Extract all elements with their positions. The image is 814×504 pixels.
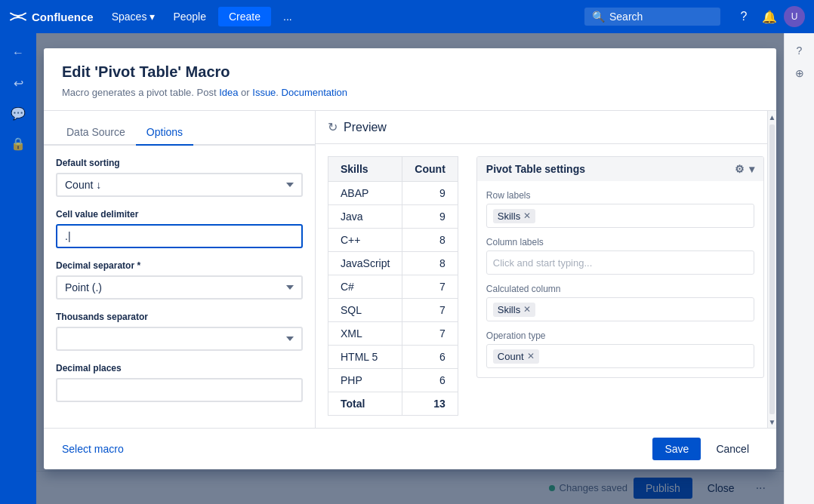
gear-icon[interactable]: ⚙ xyxy=(735,163,745,175)
modal-desc: Macro generates a pivot table. Post Idea… xyxy=(62,87,758,98)
settings-card: Pivot Table settings ⚙ ▾ xyxy=(476,156,764,378)
people-menu[interactable]: People xyxy=(167,8,212,26)
preview-title: Preview xyxy=(344,121,387,134)
notifications-button[interactable]: 🔔 xyxy=(758,5,781,28)
operation-type-tag: Count ✕ xyxy=(493,349,539,364)
operation-type-label: Operation type xyxy=(486,330,754,341)
calculated-column-field[interactable]: Skills ✕ xyxy=(486,297,754,321)
spaces-menu[interactable]: Spaces ▾ xyxy=(106,8,162,26)
sidebar-restrict-button[interactable]: 🔒 xyxy=(5,130,32,157)
table-row: ABAP9 xyxy=(328,182,458,205)
help-button[interactable]: ? xyxy=(732,5,755,28)
column-labels-field[interactable]: Click and start typing... xyxy=(486,250,754,275)
total-value: 13 xyxy=(402,392,458,416)
left-sidebar: ← ↩ 💬 🔒 xyxy=(0,33,36,504)
confluence-logo[interactable]: Confluence xyxy=(9,8,94,26)
select-macro-button[interactable]: Select macro xyxy=(62,443,124,455)
scroll-track: ▲ ▼ xyxy=(767,111,776,428)
save-button[interactable]: Save xyxy=(652,438,701,460)
row-labels-label: Row labels xyxy=(486,190,754,201)
sidebar-back-button[interactable]: ← xyxy=(5,39,32,66)
row-labels-tag: Skills ✕ xyxy=(493,209,535,223)
count-cell: 6 xyxy=(402,369,458,392)
table-row: SQL7 xyxy=(328,299,458,322)
settings-title: Pivot Table settings xyxy=(486,163,585,175)
create-button[interactable]: Create xyxy=(218,7,271,26)
settings-card-header: Pivot Table settings ⚙ ▾ xyxy=(477,157,763,181)
row-labels-section: Row labels Skills ✕ xyxy=(486,190,754,228)
skill-cell: ABAP xyxy=(328,182,402,205)
documentation-link[interactable]: Documentation xyxy=(282,87,347,98)
scroll-up-button[interactable]: ▲ xyxy=(768,111,776,123)
tab-options[interactable]: Options xyxy=(136,120,193,146)
decimal-separator-group: Decimal separator * Point (.) xyxy=(56,260,303,300)
count-cell: 9 xyxy=(402,182,458,205)
operation-type-section: Operation type Count ✕ xyxy=(486,330,754,368)
count-cell: 7 xyxy=(402,275,458,299)
count-cell: 8 xyxy=(402,229,458,252)
cell-value-delimiter-input[interactable] xyxy=(56,224,303,248)
default-sorting-group: Default sorting Count ↓ xyxy=(56,158,303,197)
modal-header: Edit 'Pivot Table' Macro Macro generates… xyxy=(44,48,776,111)
row-labels-tag-remove[interactable]: ✕ xyxy=(523,211,531,220)
total-label: Total xyxy=(328,392,402,416)
modal-footer: Select macro Save Cancel xyxy=(44,428,776,469)
cancel-button[interactable]: Cancel xyxy=(707,438,758,460)
col-count-header: Count xyxy=(402,157,458,182)
preview-body: Skills Count ABAP9Java9C++8JavaScript8C#… xyxy=(316,144,776,428)
decimal-separator-label: Decimal separator * xyxy=(56,260,303,271)
table-row: PHP6 xyxy=(328,369,458,392)
more-menu[interactable]: ... xyxy=(277,8,298,26)
decimal-places-group: Decimal places xyxy=(56,363,303,402)
footer-left: Select macro xyxy=(62,443,646,455)
chevron-icon[interactable]: ▾ xyxy=(749,163,754,175)
default-sorting-select[interactable]: Count ↓ xyxy=(56,173,303,197)
logo-text: Confluence xyxy=(32,11,94,23)
count-cell: 7 xyxy=(402,299,458,322)
avatar[interactable]: U xyxy=(784,6,805,27)
table-row: HTML 56 xyxy=(328,346,458,369)
sidebar-respond-button[interactable]: 💬 xyxy=(5,100,32,127)
operation-type-field[interactable]: Count ✕ xyxy=(486,344,754,368)
calculated-column-tag-remove[interactable]: ✕ xyxy=(523,305,531,314)
issue-link[interactable]: Issue xyxy=(252,87,276,98)
decimal-places-label: Decimal places xyxy=(56,363,303,373)
calculated-column-section: Calculated column Skills ✕ xyxy=(486,284,754,321)
topnav: Confluence Spaces ▾ People Create ... 🔍 … xyxy=(0,0,814,33)
refresh-icon[interactable]: ↻ xyxy=(328,120,338,134)
scroll-thumb[interactable] xyxy=(769,124,775,414)
table-row: XML7 xyxy=(328,322,458,346)
right-sidebar: ? ⊕ xyxy=(784,33,814,504)
row-labels-field[interactable]: Skills ✕ xyxy=(486,204,754,228)
page-content: Edit 'Pivot Table' Macro Macro generates… xyxy=(36,33,784,504)
scroll-down-button[interactable]: ▼ xyxy=(768,416,776,428)
pivot-settings: Pivot Table settings ⚙ ▾ xyxy=(476,156,764,416)
decimal-places-input[interactable] xyxy=(56,378,303,402)
options-panel: Default sorting Count ↓ Cell value delim… xyxy=(44,146,315,428)
cell-value-delimiter-group: Cell value delimiter xyxy=(56,209,303,248)
skill-cell: XML xyxy=(328,322,402,346)
left-panel: Data Source Options Default sorting Coun… xyxy=(44,111,316,428)
thousands-separator-select[interactable] xyxy=(56,327,303,351)
cell-value-delimiter-label: Cell value delimiter xyxy=(56,209,303,220)
total-row: Total 13 xyxy=(328,392,458,416)
skill-cell: HTML 5 xyxy=(328,346,402,369)
calculated-column-tag: Skills ✕ xyxy=(493,303,535,317)
tab-data-source[interactable]: Data Source xyxy=(56,120,136,146)
operation-type-tag-remove[interactable]: ✕ xyxy=(527,352,535,361)
right-sidebar-expand[interactable]: ⊕ xyxy=(788,62,811,85)
sidebar-undo-button[interactable]: ↩ xyxy=(5,69,32,97)
column-labels-section: Column labels Click and start typing... xyxy=(486,237,754,275)
right-sidebar-help[interactable]: ? xyxy=(788,39,811,62)
skill-cell: SQL xyxy=(328,299,402,322)
table-row: Java9 xyxy=(328,205,458,229)
search-bar[interactable]: 🔍 Search xyxy=(584,8,720,26)
decimal-separator-select[interactable]: Point (.) xyxy=(56,275,303,300)
idea-link[interactable]: Idea xyxy=(219,87,238,98)
modal: Edit 'Pivot Table' Macro Macro generates… xyxy=(44,48,776,469)
col-skills-header: Skills xyxy=(328,157,402,182)
main-area: ← ↩ 💬 🔒 Edit 'Pivot Table' Macro Macro g… xyxy=(0,33,814,504)
table-row: JavaScript8 xyxy=(328,252,458,275)
skill-cell: C# xyxy=(328,275,402,299)
skill-cell: C++ xyxy=(328,229,402,252)
